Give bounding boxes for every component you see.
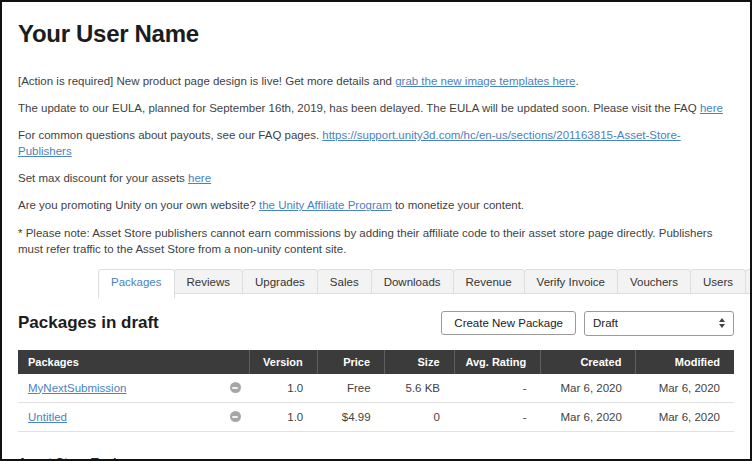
column-header-created: Created: [541, 350, 636, 374]
column-header-avg-rating: Avg. Rating: [454, 350, 541, 374]
tab-sales[interactable]: Sales: [317, 269, 372, 294]
package-status-select[interactable]: Draft: [584, 311, 734, 336]
tab-reviews[interactable]: Reviews: [174, 269, 243, 294]
section-title: Packages in draft: [18, 313, 159, 333]
size-cell: 5.6 KB: [385, 374, 454, 403]
tab-payout[interactable]: Payout: [745, 269, 752, 294]
version-cell: 1.0: [250, 402, 317, 431]
asset-store-tools-heading: Asset Store Tools: [18, 456, 734, 461]
notice-eula: The update to our EULA, planned for Sept…: [18, 100, 734, 116]
tab-revenue[interactable]: Revenue: [453, 269, 525, 294]
tab-upgrades[interactable]: Upgrades: [242, 269, 318, 294]
publisher-portal-page: Your User Name [Action is required] New …: [2, 2, 750, 461]
affiliate-program-link[interactable]: the Unity Affiliate Program: [259, 199, 392, 211]
notice-text: Set max discount for your assets: [18, 172, 188, 184]
faq-here-link[interactable]: here: [700, 102, 723, 114]
modified-cell: Mar 6, 2020: [636, 374, 734, 403]
notice-text: Are you promoting Unity on your own webs…: [18, 199, 259, 211]
draft-status-icon: [230, 382, 241, 393]
avg-rating-cell: -: [454, 374, 541, 403]
packages-table: Packages Version Price Size Avg. Rating …: [18, 350, 734, 432]
notice-affiliate-disclaimer: * Please note: Asset Store publishers ca…: [18, 225, 734, 257]
new-image-templates-link[interactable]: grab the new image templates here: [395, 75, 575, 87]
create-new-package-button[interactable]: Create New Package: [441, 311, 576, 335]
notice-payouts: For common questions about payouts, see …: [18, 127, 734, 159]
section-head: Packages in draft Create New Package Dra…: [18, 311, 734, 336]
select-stepper-icon: [719, 318, 725, 328]
column-header-version: Version: [250, 350, 317, 374]
notice-product-page: [Action is required] New product page de…: [18, 73, 734, 89]
package-link[interactable]: MyNextSubmission: [28, 382, 126, 394]
tab-downloads[interactable]: Downloads: [371, 269, 454, 294]
max-discount-here-link[interactable]: here: [188, 172, 211, 184]
avg-rating-cell: -: [454, 402, 541, 431]
table-row: Untitled 1.0 $4.99 0 - Mar 6, 2020 Mar 6…: [18, 402, 734, 431]
size-cell: 0: [385, 402, 454, 431]
tab-users[interactable]: Users: [690, 269, 746, 294]
tab-packages[interactable]: Packages: [98, 269, 175, 298]
created-cell: Mar 6, 2020: [541, 374, 636, 403]
column-header-packages: Packages: [18, 350, 250, 374]
notice-text: [Action is required] New product page de…: [18, 75, 395, 87]
price-cell: $4.99: [317, 402, 384, 431]
notice-text: For common questions about payouts, see …: [18, 129, 322, 141]
notice-text: The update to our EULA, planned for Sept…: [18, 102, 700, 114]
table-row: MyNextSubmission 1.0 Free 5.6 KB - Mar 6…: [18, 374, 734, 403]
notice-text: to monetize your content.: [392, 199, 524, 211]
package-link[interactable]: Untitled: [28, 411, 67, 423]
notice-max-discount: Set max discount for your assets here: [18, 170, 734, 186]
tab-vouchers[interactable]: Vouchers: [617, 269, 691, 294]
notices-section: [Action is required] New product page de…: [18, 73, 734, 257]
package-status-select-value: Draft: [593, 317, 618, 329]
notice-text: .: [575, 75, 578, 87]
column-header-price: Price: [317, 350, 384, 374]
section-controls: Create New Package Draft: [441, 311, 734, 336]
tab-verify-invoice[interactable]: Verify Invoice: [524, 269, 618, 294]
price-cell: Free: [317, 374, 384, 403]
created-cell: Mar 6, 2020: [541, 402, 636, 431]
version-cell: 1.0: [250, 374, 317, 403]
tab-bar: Packages Reviews Upgrades Sales Download…: [18, 269, 734, 294]
draft-status-icon: [230, 411, 241, 422]
page-title: Your User Name: [18, 20, 734, 48]
notice-affiliate: Are you promoting Unity on your own webs…: [18, 197, 734, 213]
modified-cell: Mar 6, 2020: [636, 402, 734, 431]
column-header-size: Size: [385, 350, 454, 374]
packages-table-header: Packages Version Price Size Avg. Rating …: [18, 350, 734, 374]
column-header-modified: Modified: [636, 350, 734, 374]
